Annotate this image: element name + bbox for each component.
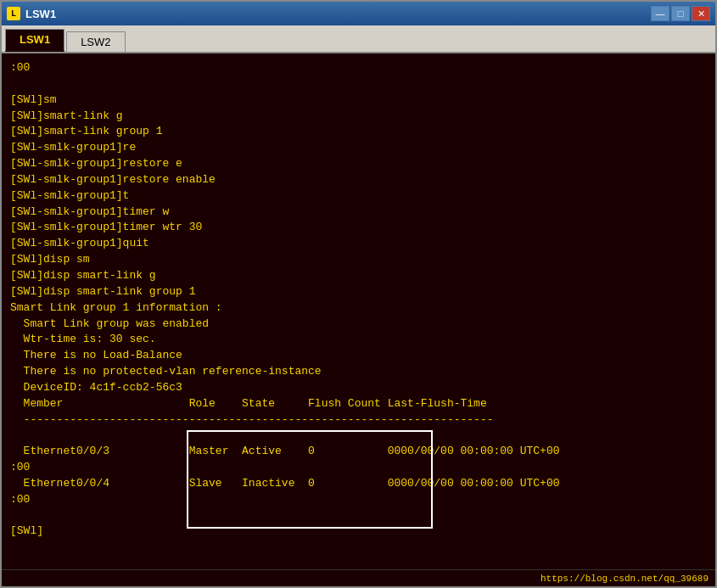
line-8: [SWl-smlk-group1]t xyxy=(10,188,707,204)
bottom-bar: https://blog.csdn.net/qq_39689 xyxy=(2,569,715,586)
line-7: [SWl-smlk-group1]restore enable xyxy=(10,172,707,188)
line-9: [SWl-smlk-group1]timer w xyxy=(10,204,707,221)
line-divider: ----------------------------------------… xyxy=(10,412,707,428)
line-16: Smart Link group was enabled xyxy=(10,316,707,333)
line-11: [SWl-smlk-group1]quit xyxy=(10,236,707,252)
line-5: [SWl-smlk-group1]re xyxy=(10,140,707,156)
line-blank-2 xyxy=(10,428,707,444)
tab-lsw2[interactable]: LSW2 xyxy=(66,31,125,52)
line-1: :00 xyxy=(10,60,707,76)
line-blank-3 xyxy=(10,508,707,524)
line-12: [SWl]disp sm xyxy=(10,252,707,268)
line-prompt: [SWl] xyxy=(10,524,707,540)
line-17: Wtr-time is: 30 sec. xyxy=(10,332,707,348)
title-bar: L LSW1 — □ ✕ xyxy=(2,2,715,25)
app-icon: L xyxy=(7,7,20,20)
line-19: There is no protected-vlan reference-ins… xyxy=(10,364,707,380)
line-header: Member Role State Flush Count Last-Flush… xyxy=(10,396,707,412)
line-6: [SWl-smlk-group1]restore e xyxy=(10,156,707,172)
maximize-button[interactable]: □ xyxy=(671,6,690,21)
line-2: [SWl]sm xyxy=(10,92,707,109)
line-18: There is no Load-Balance xyxy=(10,348,707,364)
minimize-button[interactable]: — xyxy=(651,6,669,21)
window-controls[interactable]: — □ ✕ xyxy=(651,6,710,21)
line-10: [SWl-smlk-group1]timer wtr 30 xyxy=(10,220,707,236)
main-window: L LSW1 — □ ✕ LSW1 LSW2 :00 [SWl]sm [SWl]… xyxy=(0,0,717,588)
tab-bar: LSW1 LSW2 xyxy=(2,25,715,53)
line-blank-1 xyxy=(10,76,707,92)
line-15: Smart Link group 1 information : xyxy=(10,300,707,316)
line-eth4: Ethernet0/0/4 Slave Inactive 0 0000/00/0… xyxy=(10,476,707,492)
close-button[interactable]: ✕ xyxy=(692,6,710,21)
tab-lsw1[interactable]: LSW1 xyxy=(5,29,64,52)
title-bar-left: L LSW1 xyxy=(7,7,56,20)
line-3: [SWl]smart-link g xyxy=(10,109,707,125)
terminal[interactable]: :00 [SWl]sm [SWl]smart-link g [SWl]smart… xyxy=(2,53,715,569)
line-eth3: Ethernet0/0/3 Master Active 0 0000/00/00… xyxy=(10,444,707,460)
line-eth4-cont: :00 xyxy=(10,492,707,508)
line-eth3-cont: :00 xyxy=(10,460,707,476)
line-13: [SWl]disp smart-link g xyxy=(10,268,707,284)
bottom-url: https://blog.csdn.net/qq_39689 xyxy=(541,574,709,584)
window-title: LSW1 xyxy=(25,8,56,20)
line-4: [SWl]smart-link group 1 xyxy=(10,124,707,140)
line-14: [SWl]disp smart-link group 1 xyxy=(10,284,707,300)
line-20: DeviceID: 4c1f-ccb2-56c3 xyxy=(10,380,707,396)
